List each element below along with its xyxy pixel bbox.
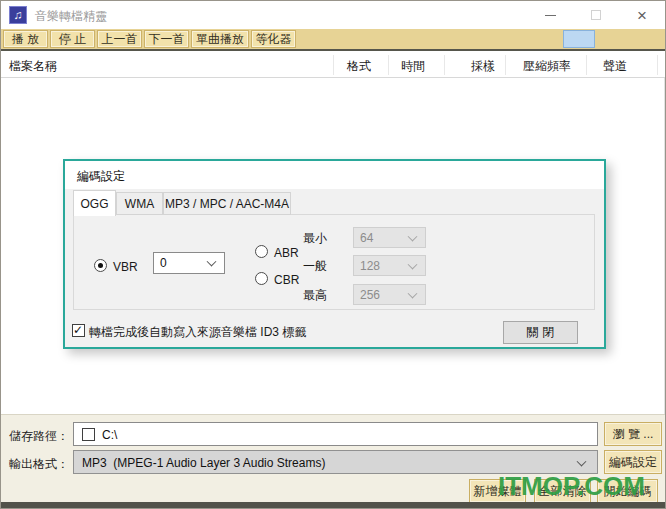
toolbar: 播 放 停 止 上一首 下一首 單曲播放 等化器 <box>1 29 665 51</box>
abr-radio[interactable] <box>255 245 268 258</box>
save-path-label: 儲存路徑： <box>9 428 69 445</box>
path-checkbox[interactable] <box>82 428 95 441</box>
column-separator <box>333 55 334 75</box>
abr-label: ABR <box>274 246 299 260</box>
tab-mp3-mpc-aac[interactable]: MP3 / MPC / AAC-M4A <box>163 192 291 215</box>
column-separator <box>505 55 506 75</box>
dialog-title: 編碼設定 <box>77 168 125 185</box>
bitrate-normal-label: 一般 <box>303 258 327 275</box>
next-button[interactable]: 下一首 <box>144 30 189 48</box>
window-title: 音樂轉檔精靈 <box>35 8 107 25</box>
column-header-time[interactable]: 時間 <box>391 58 435 75</box>
bitrate-normal-dropdown: 128 <box>353 255 426 276</box>
chevron-down-icon <box>408 231 418 241</box>
vbr-radio[interactable] <box>94 259 107 272</box>
app-window: ♫ 音樂轉檔精靈 × 播 放 停 止 上一首 下一首 單曲播放 等化器 檔案名稱… <box>0 0 666 509</box>
minimize-button[interactable] <box>528 1 572 29</box>
encoding-settings-dialog: 編碼設定 OGG WMA MP3 / MPC / AAC-M4A VBR 0 A… <box>63 159 606 349</box>
chevron-down-icon <box>207 257 217 267</box>
bitrate-min-label: 最小 <box>303 230 327 247</box>
toolbar-highlight <box>563 30 595 48</box>
watermark: ITMOP.COM <box>498 471 645 502</box>
column-separator <box>586 55 587 75</box>
close-icon: × <box>637 7 647 24</box>
maximize-button[interactable] <box>574 1 618 29</box>
save-path-value: C:\ <box>102 428 117 442</box>
column-separator <box>388 55 389 75</box>
cbr-label: CBR <box>274 273 299 287</box>
column-separator <box>657 55 658 75</box>
column-separator <box>444 55 445 75</box>
close-button[interactable]: × <box>620 1 664 29</box>
tab-wma[interactable]: WMA <box>116 192 163 215</box>
output-format-value: MP3 (MPEG-1 Audio Layer 3 Audio Streams) <box>82 456 325 470</box>
list-header: 檔案名稱 格式 時間 採樣 壓縮頻率 聲道 <box>1 51 665 78</box>
music-note-icon: ♫ <box>14 8 23 22</box>
titlebar: ♫ 音樂轉檔精靈 × <box>1 1 665 29</box>
app-icon: ♫ <box>9 6 27 24</box>
equalizer-button[interactable]: 等化器 <box>251 30 296 48</box>
cbr-radio[interactable] <box>255 272 268 285</box>
column-header-filename[interactable]: 檔案名稱 <box>9 58 57 75</box>
bitrate-max-dropdown: 256 <box>353 284 426 305</box>
column-header-sampling[interactable]: 採樣 <box>461 58 505 75</box>
column-header-format[interactable]: 格式 <box>337 58 381 75</box>
vbr-quality-dropdown[interactable]: 0 <box>153 252 225 274</box>
ogg-settings-panel: VBR 0 ABR CBR 最小 64 一般 128 最高 256 <box>73 214 595 310</box>
window-bottom-edge <box>1 502 665 508</box>
id3-checkbox-label: 轉檔完成後自動寫入來源音樂檔 ID3 標籤 <box>89 324 306 341</box>
id3-checkbox[interactable] <box>72 324 85 337</box>
bitrate-min-dropdown: 64 <box>353 227 426 248</box>
column-header-channels[interactable]: 聲道 <box>593 58 637 75</box>
column-header-bitrate[interactable]: 壓縮頻率 <box>517 58 577 75</box>
vbr-label: VBR <box>113 260 138 274</box>
previous-button[interactable]: 上一首 <box>97 30 142 48</box>
chevron-down-icon <box>577 457 587 467</box>
bitrate-max-label: 最高 <box>303 287 327 304</box>
stop-button[interactable]: 停 止 <box>50 30 95 48</box>
browse-button[interactable]: 瀏 覽 ... <box>604 422 662 446</box>
dialog-titlebar: 編碼設定 <box>65 161 604 189</box>
chevron-down-icon <box>408 259 418 269</box>
play-button[interactable]: 播 放 <box>3 30 48 48</box>
tab-ogg[interactable]: OGG <box>73 190 116 216</box>
maximize-icon <box>591 10 601 20</box>
single-play-button[interactable]: 單曲播放 <box>191 30 249 48</box>
save-path-field[interactable]: C:\ <box>73 422 598 446</box>
dialog-close-button[interactable]: 關 閉 <box>503 321 578 344</box>
minimize-icon <box>545 15 556 16</box>
chevron-down-icon <box>408 288 418 298</box>
output-format-label: 輸出格式： <box>9 456 69 473</box>
